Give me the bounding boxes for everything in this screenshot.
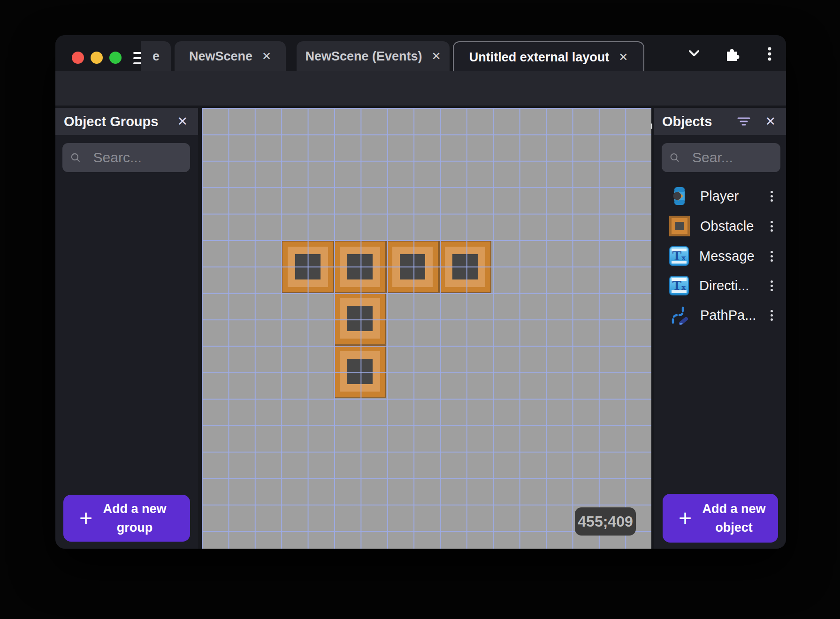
object-label: Obstacle [700,219,769,234]
object-groups-searchbox [62,143,190,172]
object-label: PathPa... [700,308,769,323]
search-icon [70,151,81,165]
object-row-obstacle[interactable]: Obstacle [654,212,786,240]
object-row-directions[interactable]: Tx Directi... [654,272,786,300]
obstacle-instance[interactable] [335,242,385,292]
objects-searchbox [662,143,780,172]
player-icon [669,186,690,206]
object-groups-title: Object Groups [64,114,175,129]
app-window: e NewScene ✕ NewScene (Events) ✕ Untitle… [55,35,786,549]
object-label: Directi... [699,278,769,294]
plus-icon: + [79,507,92,529]
tab-label: NewScene [189,49,252,64]
main-toolbar: Preview Publish [55,71,786,106]
cursor-coordinates-badge: 455;409 [575,507,636,536]
object-row-message[interactable]: Tx Message [654,242,786,270]
object-options-icon[interactable] [769,217,775,235]
tab-label: Untitled external layout [469,50,610,65]
tab-label: NewScene (Events) [305,49,422,64]
obstacle-icon [669,216,690,236]
obstacle-instance[interactable] [283,242,333,292]
tab-newscene-events[interactable]: NewScene (Events) ✕ [297,41,450,71]
text-object-icon: Tx [669,246,689,266]
object-options-icon[interactable] [769,247,775,265]
obstacle-instance[interactable] [387,242,438,292]
objects-filter-icon[interactable] [737,116,751,127]
window-zoom-button[interactable] [109,52,122,64]
objects-title: Objects [662,114,737,129]
window-minimize-button[interactable] [91,52,103,64]
add-group-button[interactable]: + Add a new group [63,495,190,542]
tab-close-icon[interactable]: ✕ [431,50,441,63]
obstacle-instance[interactable] [335,346,385,397]
extensions-puzzle-icon[interactable] [723,45,740,62]
tab-list-chevron-down-icon[interactable] [686,46,702,60]
add-object-button-label: Add a new object [696,499,771,537]
path-paint-icon [669,305,690,325]
plus-icon: + [679,507,692,529]
objects-search-input[interactable] [691,149,773,166]
scene-canvas[interactable]: 455;409 [202,108,651,549]
tab-close-icon[interactable]: ✕ [262,50,271,63]
tab-close-icon[interactable]: ✕ [619,51,628,64]
search-icon [669,151,680,165]
obstacle-instance[interactable] [335,293,385,344]
tab-clipped[interactable]: e [141,41,171,71]
window-more-options-icon[interactable] [765,46,774,61]
tab-bar: e NewScene ✕ NewScene (Events) ✕ Untitle… [55,35,786,71]
object-groups-header: Object Groups ✕ [55,108,198,135]
object-options-icon[interactable] [769,187,775,205]
close-object-groups-icon[interactable]: ✕ [175,114,190,129]
canvas-grid [202,108,651,549]
object-row-player[interactable]: Player [654,182,786,210]
object-row-pathpaint[interactable]: PathPa... [654,301,786,329]
tab-label: e [153,49,160,64]
object-label: Message [699,249,769,264]
add-object-button[interactable]: + Add a new object [663,494,778,543]
tab-untitled-external-layout[interactable]: Untitled external layout ✕ [453,41,644,72]
objects-panel: Objects ✕ [654,108,786,549]
object-label: Player [700,189,769,204]
tab-newscene[interactable]: NewScene ✕ [175,41,286,71]
add-group-button-label: Add a new group [97,499,172,537]
object-groups-panel: Object Groups ✕ + Add a new group [55,108,198,549]
object-options-icon[interactable] [769,306,775,325]
object-groups-search-input[interactable] [92,149,183,166]
close-objects-icon[interactable]: ✕ [763,114,778,129]
object-options-icon[interactable] [769,277,775,295]
window-close-button[interactable] [72,52,84,64]
obstacle-instance[interactable] [440,242,490,292]
objects-header: Objects ✕ [654,108,786,135]
text-object-icon: Tx [669,276,689,295]
